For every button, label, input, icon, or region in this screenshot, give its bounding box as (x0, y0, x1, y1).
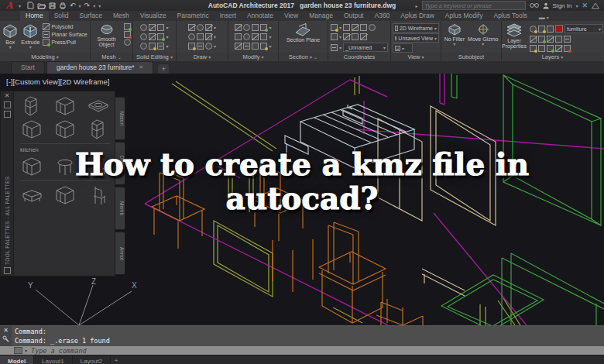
layer-tool-icon[interactable] (530, 36, 537, 43)
region-icon[interactable] (197, 43, 204, 50)
ucs-origin-icon[interactable] (352, 24, 359, 31)
layer-tool-icon[interactable] (547, 45, 554, 52)
help-search-input[interactable] (423, 2, 525, 9)
drawing-canvas[interactable]: [-][Custom View][2D Wireframe] (0, 74, 604, 325)
saved-view-select[interactable]: Unsaved View▾ (393, 33, 439, 43)
search-flyout-caret-icon[interactable]: ▸ (416, 3, 418, 9)
redo-icon[interactable]: ↷ (84, 2, 91, 9)
ucs-face-icon[interactable] (360, 24, 367, 31)
tab-aplus-tools[interactable]: Aplus Tools (488, 11, 532, 21)
palette-close-icon[interactable]: ✕ (5, 93, 10, 99)
panel-label-modeling[interactable]: Modeling ▾ (0, 53, 90, 61)
arc-icon[interactable] (188, 33, 195, 40)
command-close-icon[interactable]: ✕ (3, 328, 9, 334)
command-wrench-icon[interactable] (2, 335, 9, 342)
stretch-icon[interactable] (243, 43, 250, 50)
smooth-object-button[interactable]: Smooth Object (91, 22, 122, 49)
ellipse-icon[interactable] (205, 43, 212, 50)
intersect-icon[interactable] (140, 43, 147, 50)
tab-visualize[interactable]: Visualize (135, 11, 172, 21)
palette-item-cabinet-double[interactable] (20, 118, 43, 140)
palette-properties-icon[interactable] (4, 111, 11, 118)
tab-model[interactable]: Model (0, 355, 34, 364)
polysolid-button[interactable]: Polysolid (43, 23, 87, 30)
tab-parametric[interactable]: Parametric (172, 11, 214, 21)
file-tab-close-icon[interactable]: ✕ (139, 64, 144, 70)
union-icon[interactable] (140, 24, 147, 31)
polyline-icon[interactable] (205, 24, 212, 31)
viewport-config-select[interactable]: ▾ (393, 43, 413, 53)
tab-output[interactable]: Output (338, 11, 369, 21)
solid-tool-icon[interactable] (157, 43, 164, 50)
mesh-tool-icon[interactable] (124, 23, 131, 30)
panel-label-draw[interactable]: Draw ▾ (177, 53, 228, 61)
tab-solid[interactable]: Solid (49, 11, 74, 21)
fillet-icon[interactable] (260, 33, 267, 40)
panel-label-layers[interactable]: Layers ▾ (502, 53, 603, 61)
undo-caret-icon[interactable]: ▾ (79, 3, 81, 9)
application-menu-button[interactable]: A (0, 0, 19, 11)
box-button[interactable]: Box▾ (1, 22, 19, 51)
command-history[interactable]: Command: Command: _.erase 1 found (12, 326, 604, 346)
panel-label-mesh[interactable]: Mesh ⌄ (91, 53, 132, 61)
planar-surface-button[interactable]: Planar Surface (43, 31, 87, 38)
layer-tool-icon[interactable] (564, 36, 571, 43)
tab-annotate[interactable]: Annotate (242, 11, 279, 21)
ucs-z-icon[interactable] (343, 33, 350, 40)
tab-a360[interactable]: A360 (369, 11, 395, 21)
exchange-apps-icon[interactable]: ✕ (582, 2, 588, 9)
rotate-icon[interactable] (243, 24, 250, 31)
tab-layout1[interactable]: Layout1 (34, 355, 72, 364)
palette-item-cabinet-tall[interactable] (20, 95, 43, 117)
ucs-axis-icon[interactable]: Y Z X (14, 277, 153, 325)
save-icon[interactable] (49, 2, 56, 9)
palette-item-cabinet-drawers[interactable] (53, 118, 77, 140)
layer-select[interactable]: furniture▾ (565, 24, 603, 33)
file-tab-start[interactable]: Start (11, 61, 45, 74)
palette-tab-materials[interactable]: Materi (115, 97, 125, 140)
move-gizmo-button[interactable]: Move Gizmo▾ (466, 22, 499, 48)
no-filter-button[interactable]: No Filter▾ (443, 22, 466, 48)
plot-icon[interactable] (59, 2, 67, 9)
undo-icon[interactable]: ↶ (70, 2, 76, 9)
palette-item-cabinet-slim[interactable] (87, 118, 110, 140)
circle-icon[interactable] (197, 24, 204, 31)
subtract-icon[interactable] (140, 33, 147, 40)
new-file-icon[interactable] (27, 2, 34, 9)
erase-icon[interactable] (235, 33, 242, 40)
explode-icon[interactable] (260, 43, 267, 50)
section-plane-button[interactable]: Section Plane (285, 22, 321, 43)
solid-tool-icon[interactable] (157, 24, 164, 31)
new-drawing-tab-button[interactable]: + (158, 64, 169, 74)
solid-tool-icon[interactable] (157, 33, 164, 40)
tab-home[interactable]: Home (20, 10, 49, 21)
visual-style-select[interactable]: 2D Wireframe▾ (393, 23, 439, 33)
a360-icon[interactable] (592, 2, 599, 9)
viewport-controls-label[interactable]: [-][Custom View][2D Wireframe] (6, 77, 109, 86)
scale-icon[interactable] (235, 43, 242, 50)
ucs-x-icon[interactable] (352, 33, 359, 40)
binoculars-search-icon[interactable] (530, 2, 539, 9)
ucs-icon[interactable] (343, 24, 350, 31)
sign-in-button[interactable]: Sign In (553, 2, 572, 9)
new-layout-button[interactable]: + (111, 355, 122, 364)
layer-tool-icon[interactable] (564, 45, 571, 52)
tab-aplus-modify[interactable]: Aplus Modify (440, 11, 489, 21)
press-pull-button[interactable]: Press/Pull (43, 39, 87, 46)
sign-in-caret-icon[interactable]: ▾ (575, 3, 578, 9)
extrude-button[interactable]: Extrude▾ (19, 22, 41, 51)
palette-item-sink[interactable] (87, 95, 110, 117)
layer-tool-icon[interactable] (555, 45, 562, 52)
layer-freeze-sun-icon[interactable] (538, 26, 545, 33)
tab-insert[interactable]: Insert (214, 11, 242, 21)
layer-tool-icon[interactable] (538, 45, 545, 52)
tab-manage[interactable]: Manage (304, 11, 338, 21)
command-input[interactable] (29, 346, 604, 355)
command-input-row[interactable]: ▾ (0, 346, 604, 355)
palette-tab-annotation[interactable]: Annot (115, 232, 125, 275)
tab-surface[interactable]: Surface (74, 11, 108, 21)
ucs-named-icon[interactable] (331, 44, 338, 51)
layer-lock-icon[interactable] (547, 26, 554, 33)
move-icon[interactable] (235, 24, 242, 31)
palette-item-cabinet-narrow[interactable] (53, 95, 77, 117)
